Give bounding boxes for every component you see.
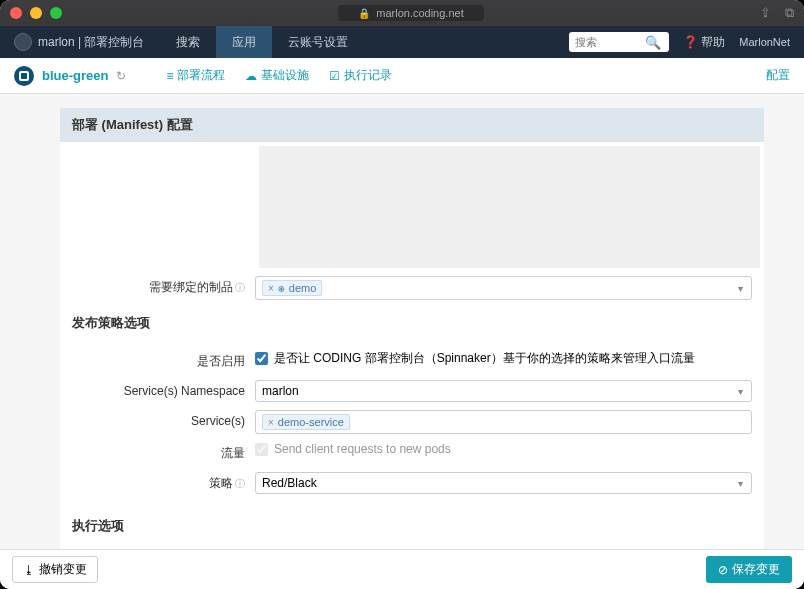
share-icon[interactable]: ⇪ (760, 5, 771, 21)
tab-execution[interactable]: ☑执行记录 (329, 67, 392, 84)
service-tag[interactable]: ×demo-service (262, 414, 350, 430)
help-link[interactable]: ❓ 帮助 (683, 34, 725, 51)
logo-icon (14, 33, 32, 51)
manifest-header: 部署 (Manifest) 配置 (60, 108, 764, 142)
check-icon: ☑ (329, 69, 340, 83)
nav-tab-app[interactable]: 应用 (216, 26, 272, 58)
namespace-select[interactable]: marlon ▾ (255, 380, 752, 402)
brand-title: marlon | 部署控制台 (38, 34, 144, 51)
revert-button[interactable]: ⭳撤销变更 (12, 556, 98, 583)
window-maximize-button[interactable] (50, 7, 62, 19)
manifest-panel: 部署 (Manifest) 配置 需要绑定的制品ⓘ ×⎈ demo ▾ 发布策略… (60, 108, 764, 549)
app-subnav: blue-green ↻ ≡部署流程 ☁基础设施 ☑执行记录 配置 (0, 58, 804, 94)
footer-bar: ⭳撤销变更 ⊘保存变更 (0, 549, 804, 589)
enable-checkbox[interactable] (255, 352, 268, 365)
tab-pipeline[interactable]: ≡部署流程 (166, 67, 225, 84)
save-button[interactable]: ⊘保存变更 (706, 556, 792, 583)
search-input[interactable] (575, 36, 645, 48)
global-search[interactable]: 🔍 (569, 32, 669, 52)
help-icon[interactable]: ⓘ (235, 282, 245, 293)
refresh-icon[interactable]: ↻ (116, 69, 126, 83)
search-icon[interactable]: 🔍 (645, 35, 661, 50)
nav-tab-search[interactable]: 搜索 (160, 26, 216, 58)
user-menu[interactable]: MarlonNet (739, 36, 790, 48)
remove-tag-icon[interactable]: × (268, 417, 274, 428)
app-name[interactable]: blue-green (42, 68, 108, 83)
pipeline-icon: ≡ (166, 69, 173, 83)
help-icon[interactable]: ⓘ (235, 478, 245, 489)
strategy-title: 发布策略选项 (60, 304, 764, 338)
tab-infrastructure[interactable]: ☁基础设施 (245, 67, 309, 84)
traffic-checkbox (255, 443, 268, 456)
artifact-select[interactable]: ×⎈ demo ▾ (255, 276, 752, 300)
url-text: marlon.coding.net (376, 7, 463, 19)
url-bar[interactable]: 🔒 marlon.coding.net (338, 5, 483, 21)
chevron-down-icon: ▾ (738, 283, 743, 294)
cloud-icon: ☁ (245, 69, 257, 83)
enable-desc: 是否让 CODING 部署控制台（Spinnaker）基于你的选择的策略来管理入… (274, 351, 695, 365)
traffic-desc: Send client requests to new pods (274, 442, 451, 456)
top-navbar: marlon | 部署控制台 搜索 应用 云账号设置 🔍 ❓ 帮助 Marlon… (0, 26, 804, 58)
brand-logo[interactable]: marlon | 部署控制台 (14, 33, 144, 51)
tabs-icon[interactable]: ⧉ (785, 5, 794, 21)
policy-select[interactable]: Red/Black ▾ (255, 472, 752, 494)
nav-tab-cloud[interactable]: 云账号设置 (272, 26, 364, 58)
revert-icon: ⭳ (23, 563, 35, 577)
chevron-down-icon: ▾ (738, 478, 743, 489)
main-content[interactable]: 部署 (Manifest) 配置 需要绑定的制品ⓘ ×⎈ demo ▾ 发布策略… (0, 94, 804, 549)
check-circle-icon: ⊘ (718, 563, 728, 577)
config-link[interactable]: 配置 (766, 67, 790, 84)
exec-title: 执行选项 (60, 507, 764, 541)
app-icon (14, 66, 34, 86)
artifact-tag[interactable]: ×⎈ demo (262, 280, 322, 296)
mac-titlebar: 🔒 marlon.coding.net ⇪ ⧉ (0, 0, 804, 26)
chevron-down-icon: ▾ (738, 386, 743, 397)
manifest-editor[interactable] (259, 146, 760, 268)
services-select[interactable]: ×demo-service (255, 410, 752, 434)
remove-tag-icon[interactable]: × (268, 283, 274, 294)
window-close-button[interactable] (10, 7, 22, 19)
lock-icon: 🔒 (358, 8, 370, 19)
window-minimize-button[interactable] (30, 7, 42, 19)
